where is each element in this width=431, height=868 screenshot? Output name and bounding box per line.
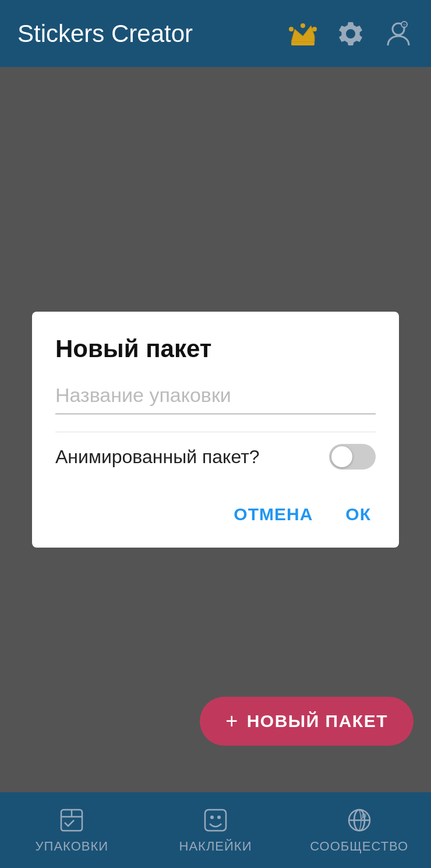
svg-point-4 (312, 27, 317, 31)
input-wrapper (55, 384, 376, 414)
community-nav-label: СООБЩЕСТВО (310, 839, 408, 854)
nav-item-packages[interactable]: УПАКОВКИ (0, 806, 144, 854)
svg-text:?: ? (403, 23, 406, 28)
animated-toggle-row: Анимированный пакет? (55, 444, 376, 470)
new-package-fab[interactable]: + НОВЫЙ ПАКЕТ (200, 697, 414, 746)
svg-rect-1 (291, 42, 315, 45)
svg-line-16 (362, 817, 363, 819)
animated-toggle-switch[interactable] (329, 444, 376, 470)
dialog-overlay: Новый пакет Анимированный пакет? ОТМЕНА … (0, 67, 431, 792)
stickers-nav-label: НАКЛЕЙКИ (179, 839, 252, 854)
app-header: Stickers Creator ? (0, 0, 431, 67)
header-icons: ? (288, 19, 414, 49)
fab-plus-icon: + (225, 711, 239, 732)
main-content: Новый пакет Анимированный пакет? ОТМЕНА … (0, 67, 431, 792)
svg-point-10 (210, 816, 214, 819)
svg-point-3 (301, 23, 305, 28)
nav-item-community[interactable]: СООБЩЕСТВО (287, 806, 431, 854)
svg-marker-0 (291, 26, 315, 42)
fab-label: НОВЫЙ ПАКЕТ (247, 711, 388, 731)
nav-item-stickers[interactable]: НАКЛЕЙКИ (144, 806, 288, 854)
profile-icon[interactable]: ? (383, 19, 414, 49)
dialog-title: Новый пакет (55, 335, 376, 363)
svg-rect-9 (205, 810, 226, 831)
package-name-input[interactable] (55, 384, 376, 407)
crown-icon[interactable] (288, 19, 318, 49)
animated-toggle-label: Анимированный пакет? (55, 446, 260, 468)
new-package-dialog: Новый пакет Анимированный пакет? ОТМЕНА … (32, 312, 399, 548)
ok-button[interactable]: ОК (341, 499, 376, 530)
app-title: Stickers Creator (17, 20, 288, 48)
settings-icon[interactable] (335, 19, 366, 49)
stickers-icon (202, 806, 229, 834)
divider (55, 432, 376, 432)
dialog-actions: ОТМЕНА ОК (55, 493, 376, 530)
community-icon (345, 806, 373, 834)
bottom-navigation: УПАКОВКИ НАКЛЕЙКИ СООБЩЕСТВО (0, 792, 431, 868)
fab-container: + НОВЫЙ ПАКЕТ (200, 697, 414, 746)
svg-point-2 (289, 27, 294, 31)
packages-icon (58, 806, 86, 834)
svg-point-11 (217, 816, 221, 819)
packages-nav-label: УПАКОВКИ (36, 839, 108, 854)
cancel-button[interactable]: ОТМЕНА (229, 499, 317, 530)
